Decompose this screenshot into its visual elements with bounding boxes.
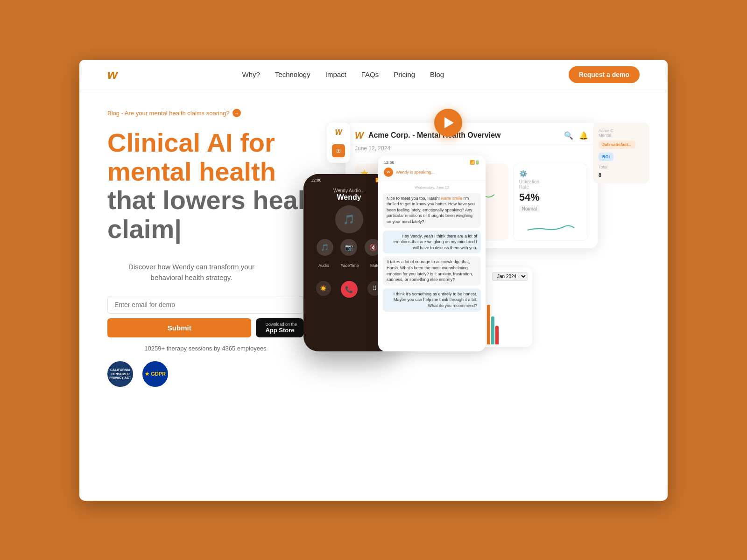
right-sidebar: Acme CMental Job satisfact... ROI Total … [593, 123, 649, 183]
nav-blog[interactable]: Blog [430, 70, 444, 78]
utilization-icon: ⚙️ [519, 170, 582, 177]
nav-why[interactable]: Why? [242, 70, 260, 78]
sidebar-total-value: 8 [599, 172, 643, 178]
dash-logo: W [355, 130, 364, 141]
chat-message-2: Hey Vandy, yeah I think there are a lot … [383, 231, 481, 254]
chat-status-icons: 📶🔋 [470, 160, 480, 165]
navbar: w Why? Technology Impact FAQs Pricing Bl… [79, 60, 668, 90]
appstore-button[interactable]: Download on the App Store [256, 318, 303, 337]
nav-links: Why? Technology Impact FAQs Pricing Blog [242, 70, 444, 79]
ccpa-badge: CALIFORNIACONSUMERPRIVACY ACT [107, 361, 133, 387]
blog-link[interactable]: Blog - Are your mental health claims soa… [107, 109, 241, 117]
dashboard-nav: W ⊞ [327, 123, 350, 163]
play-button[interactable] [434, 109, 462, 137]
hero-subtitle: Discover how Wendy can transform yourbeh… [107, 262, 275, 283]
chat-panel: 12:56 📶🔋 W Wendy is speaking... Wednesda… [378, 155, 486, 351]
nav-faqs[interactable]: FAQs [361, 70, 379, 78]
notification-icon[interactable]: 🔔 [579, 131, 588, 140]
chat-message-1: Nice to meet you too, Harsh! warm smile … [383, 193, 481, 228]
dash-nav-logo: W [335, 128, 342, 137]
request-demo-button[interactable]: Request a demo [569, 66, 640, 83]
audio-button[interactable]: 🎵 [317, 239, 333, 256]
email-input[interactable] [107, 296, 303, 314]
chat-messages: Wednesday, June 12 Nice to meet you too,… [378, 181, 486, 318]
hero-title-gray: that lowers healthclaim| [107, 185, 330, 244]
dashboard-header: W Acme Corp. - Mental Health Overview 🔍 … [345, 123, 598, 145]
bar-red-8 [495, 326, 499, 344]
gdpr-badge: ★ GDPR [142, 361, 168, 387]
audio-label: Audio [318, 263, 329, 268]
left-panel: Blog - Are your mental health claims soa… [107, 109, 331, 501]
chat-message-3: It takes a lot of courage to acknowledge… [383, 256, 481, 285]
store-text: Download on the App Store [265, 322, 297, 334]
chart-date-select[interactable]: Jan 2024 [492, 272, 528, 281]
bar-group-8 [487, 305, 499, 344]
sessions-text: 10259+ therapy sessions by 4365 employee… [107, 345, 303, 352]
metric-utilization: ⚙️ UtilizationRate 54% Normal [513, 164, 588, 241]
nav-impact[interactable]: Impact [325, 70, 346, 78]
search-icon[interactable]: 🔍 [564, 131, 573, 140]
dashboard-date: June 12, 2024 [345, 145, 598, 156]
sidebar-chip-job[interactable]: Job satisfact... [599, 140, 635, 149]
chat-speaking-label: Wendy is speaking... [396, 170, 435, 175]
phone-time-left: 12:08 [311, 178, 322, 182]
facetime-label: FaceTime [340, 263, 359, 268]
chat-date: Wednesday, June 12 [383, 185, 481, 190]
chat-title: W Wendy is speaking... [384, 168, 480, 177]
sidebar-total-label: Total [599, 165, 643, 169]
dashboard-title: Acme Corp. - Mental Health Overview [368, 131, 501, 140]
chat-time: 12:56 [384, 160, 395, 165]
browser-frame: w Why? Technology Impact FAQs Pricing Bl… [79, 60, 668, 501]
bar-teal-8 [491, 316, 494, 344]
utilization-chart [519, 216, 582, 235]
chat-message-4: I think it's something as entirely to be… [383, 288, 481, 312]
chat-header: 12:56 📶🔋 W Wendy is speaking... [378, 155, 486, 181]
main-content: Blog - Are your mental health claims soa… [79, 90, 668, 501]
nav-technology[interactable]: Technology [275, 70, 310, 78]
blog-link-arrow-icon: → [233, 109, 241, 117]
logo: w [107, 67, 118, 82]
utilization-value: 54% [519, 191, 582, 203]
play-icon [444, 117, 454, 128]
cta-row: Submit Download on the App Store [107, 318, 303, 337]
dashboard-header-icons: 🔍 🔔 [564, 131, 588, 140]
dash-nav-grid-icon[interactable]: ⊞ [332, 144, 345, 157]
right-panel: W ⊞ W Acme Corp. - Mental Health Overvie… [331, 109, 640, 501]
chat-avatar: W [384, 168, 393, 177]
submit-button[interactable]: Submit [107, 318, 251, 337]
end-call-button[interactable]: 📞 [341, 281, 358, 298]
phone-avatar: 🎵 [335, 205, 363, 233]
sidebar-chip-roi[interactable]: ROI [599, 153, 613, 161]
badges-row: CALIFORNIACONSUMERPRIVACY ACT ★ GDPR [107, 361, 331, 387]
blog-link-text: Blog - Are your mental health claims soa… [107, 110, 230, 117]
brightness-icon[interactable]: ☀️ [316, 281, 331, 296]
chat-status-bar: 12:56 📶🔋 [384, 160, 480, 165]
nav-pricing[interactable]: Pricing [394, 70, 415, 78]
utilization-label: UtilizationRate [519, 179, 582, 189]
utilization-status: Normal [519, 205, 540, 212]
hero-title: Clinical AI formental health that lowers… [107, 128, 331, 243]
facetime-button[interactable]: 📷 [340, 239, 357, 256]
sidebar-acme-label: Acme CMental [599, 128, 643, 138]
bar-orange-8 [487, 305, 490, 344]
hero-title-orange: Clinical AI formental health [107, 128, 276, 186]
